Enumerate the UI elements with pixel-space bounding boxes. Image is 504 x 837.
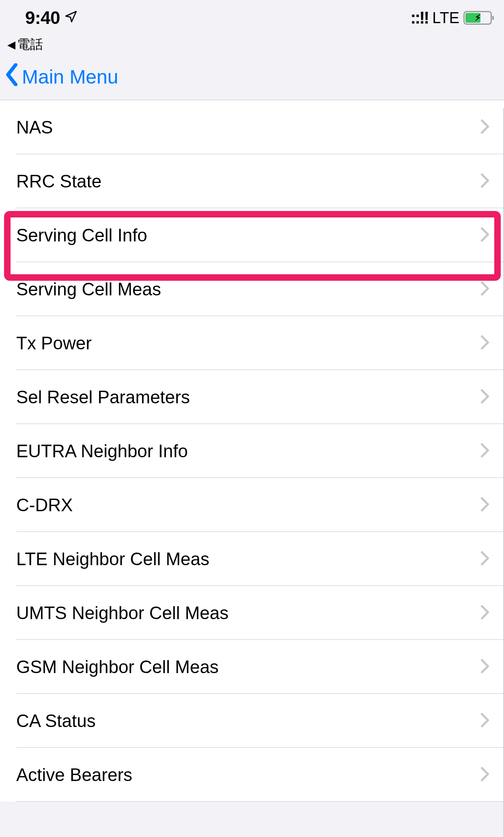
breadcrumb-label: 電話 <box>17 36 43 54</box>
caret-left-icon: ◀ <box>7 39 15 50</box>
menu-list: NAS RRC State Serving Cell Info Serving … <box>0 100 504 802</box>
menu-item-gsm-neighbor-cell-meas[interactable]: GSM Neighbor Cell Meas <box>0 640 504 694</box>
menu-item-serving-cell-info[interactable]: Serving Cell Info <box>0 208 504 262</box>
menu-item-label: LTE Neighbor Cell Meas <box>16 549 209 569</box>
menu-item-serving-cell-meas[interactable]: Serving Cell Meas <box>0 262 504 316</box>
back-label: Main Menu <box>22 66 118 88</box>
menu-item-label: Active Bearers <box>16 765 132 785</box>
breadcrumb-return[interactable]: ◀ 電話 <box>0 36 504 58</box>
menu-item-sel-resel-parameters[interactable]: Sel Resel Parameters <box>0 370 504 424</box>
nav-bar: Main Menu <box>0 58 504 100</box>
location-outline-icon <box>64 9 78 27</box>
menu-item-label: RRC State <box>16 171 101 191</box>
menu-item-c-drx[interactable]: C-DRX <box>0 478 504 532</box>
back-button[interactable]: Main Menu <box>5 63 118 90</box>
status-time: 9:40 <box>25 8 60 28</box>
menu-item-tx-power[interactable]: Tx Power <box>0 316 504 370</box>
row-separator <box>16 801 504 802</box>
status-bar: 9:40 ::!! LTE ⚡︎ <box>0 0 504 36</box>
signal-strength-icon: ::!! <box>410 9 428 26</box>
menu-item-label: UMTS Neighbor Cell Meas <box>16 603 228 623</box>
menu-item-label: Tx Power <box>16 333 92 353</box>
chevron-right-icon <box>480 767 489 783</box>
menu-item-rrc-state[interactable]: RRC State <box>0 154 504 208</box>
chevron-right-icon <box>480 389 489 405</box>
menu-item-lte-neighbor-cell-meas[interactable]: LTE Neighbor Cell Meas <box>0 532 504 586</box>
menu-item-label: CA Status <box>16 711 96 731</box>
status-left: 9:40 <box>25 8 78 28</box>
chevron-right-icon <box>480 443 489 459</box>
chevron-right-icon <box>480 119 489 136</box>
chevron-right-icon <box>480 281 489 297</box>
chevron-right-icon <box>480 551 489 567</box>
menu-item-label: Serving Cell Info <box>16 225 147 245</box>
menu-item-label: EUTRA Neighbor Info <box>16 441 188 461</box>
menu-item-label: NAS <box>16 117 53 138</box>
menu-item-nas[interactable]: NAS <box>0 100 504 154</box>
menu-item-label: C-DRX <box>16 495 73 515</box>
chevron-right-icon <box>480 227 489 243</box>
chevron-right-icon <box>480 659 489 675</box>
lightning-icon: ⚡︎ <box>475 13 481 22</box>
chevron-left-icon <box>5 63 19 90</box>
menu-item-active-bearers[interactable]: Active Bearers <box>0 748 504 802</box>
menu-item-ca-status[interactable]: CA Status <box>0 694 504 748</box>
battery-charging-icon: ⚡︎ <box>463 11 492 25</box>
menu-item-label: Sel Resel Parameters <box>16 387 190 407</box>
chevron-right-icon <box>480 173 489 189</box>
status-right: ::!! LTE ⚡︎ <box>410 9 492 27</box>
network-type: LTE <box>432 9 459 27</box>
menu-item-label: Serving Cell Meas <box>16 279 161 299</box>
menu-item-eutra-neighbor-info[interactable]: EUTRA Neighbor Info <box>0 424 504 478</box>
menu-item-umts-neighbor-cell-meas[interactable]: UMTS Neighbor Cell Meas <box>0 586 504 640</box>
chevron-right-icon <box>480 335 489 351</box>
chevron-right-icon <box>480 713 489 729</box>
menu-item-label: GSM Neighbor Cell Meas <box>16 657 219 677</box>
chevron-right-icon <box>480 497 489 513</box>
chevron-right-icon <box>480 605 489 621</box>
